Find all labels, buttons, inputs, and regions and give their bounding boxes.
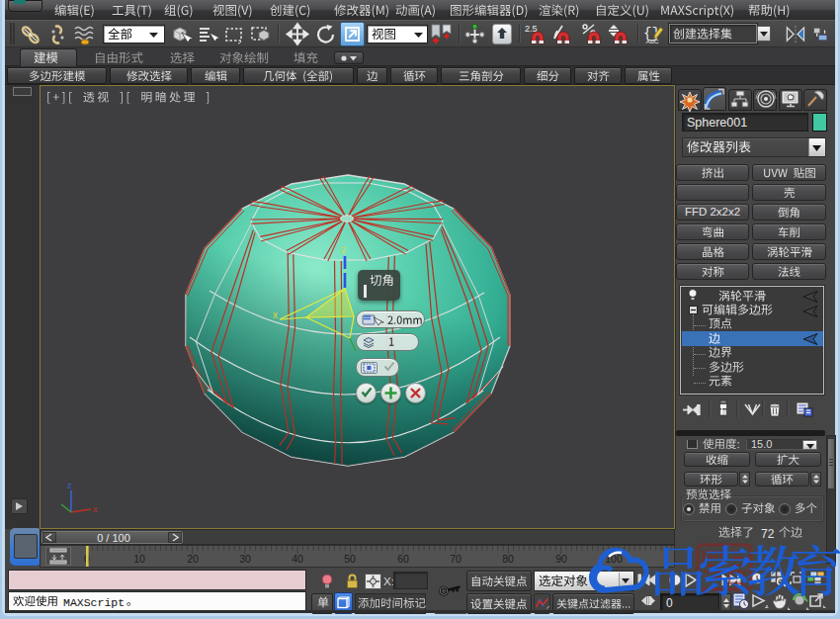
svg-text:ABC: ABC <box>646 38 659 44</box>
svg-text:2.5: 2.5 <box>525 24 538 34</box>
svg-text:z: z <box>67 481 72 490</box>
svg-text:x: x <box>93 504 98 514</box>
